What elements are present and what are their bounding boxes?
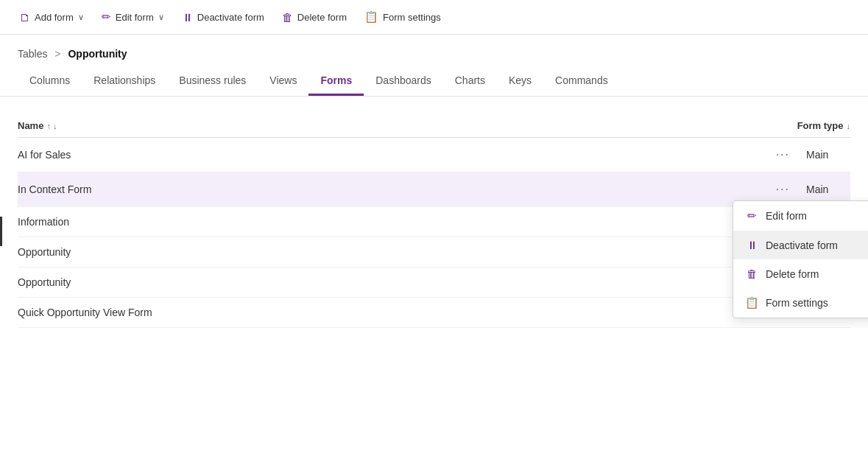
deactivate-form-menu-label: Deactivate form: [766, 239, 838, 251]
toolbar: 🗋 Add form ∨ ✏ Edit form ∨ ⏸ Deactivate …: [0, 0, 868, 35]
row-name: Opportunity: [18, 276, 71, 288]
edit-form-menu-label: Edit form: [766, 210, 807, 222]
table-row[interactable]: Information: [18, 207, 850, 237]
left-border-cursor: [0, 217, 2, 246]
form-settings-menu-icon: 📋: [745, 296, 758, 309]
sort-desc: ↓: [53, 122, 57, 130]
context-menu-form-settings[interactable]: 📋 Form settings: [733, 288, 868, 318]
row-left: In Context Form: [18, 183, 733, 195]
tab-views[interactable]: Views: [258, 67, 308, 96]
deactivate-form-menu-icon: ⏸: [745, 239, 758, 251]
col-name-header[interactable]: Name ↑ ↓: [18, 120, 57, 131]
row-left: AI for Sales: [18, 149, 733, 161]
row-left: Opportunity: [18, 276, 733, 288]
edit-form-button[interactable]: ✏ Edit form ∨: [94, 6, 172, 28]
delete-form-menu-label: Delete form: [766, 268, 819, 280]
form-settings-button[interactable]: 📋 Form settings: [357, 6, 448, 28]
col-formtype-label: Form type: [797, 120, 844, 131]
row-name: In Context Form: [18, 183, 91, 195]
tab-forms[interactable]: Forms: [308, 67, 364, 96]
tab-columns[interactable]: Columns: [18, 67, 82, 96]
table-row[interactable]: AI for Sales ··· Main: [18, 138, 850, 172]
tab-charts[interactable]: Charts: [443, 67, 497, 96]
row-left: Quick Opportunity View Form: [18, 307, 733, 318]
delete-form-icon: 🗑: [282, 11, 293, 24]
col-name-label: Name: [18, 120, 43, 131]
tab-dashboards[interactable]: Dashboards: [364, 67, 443, 96]
add-form-label: Add form: [35, 12, 74, 23]
formtype-sort-down: ↓: [847, 122, 851, 130]
row-right: ··· Main: [733, 147, 850, 163]
edit-form-label: Edit form: [116, 12, 154, 23]
add-form-button[interactable]: 🗋 Add form ∨: [12, 7, 91, 28]
col-formtype-header[interactable]: Form type ↓: [797, 120, 850, 131]
context-menu-delete-form[interactable]: 🗑 Delete form: [733, 259, 868, 288]
deactivate-form-label: Deactivate form: [197, 12, 264, 23]
edit-form-menu-icon: ✏: [745, 209, 758, 223]
ci-left: 📋 Form settings: [745, 296, 828, 309]
breadcrumb-current: Opportunity: [68, 48, 127, 60]
table-row[interactable]: Opportunity: [18, 267, 850, 298]
breadcrumb-parent[interactable]: Tables: [18, 48, 47, 60]
row-name: AI for Sales: [18, 149, 71, 161]
context-menu-deactivate-form[interactable]: ⏸ Deactivate form: [733, 231, 868, 259]
breadcrumb-separator: >: [54, 48, 60, 60]
context-menu: ✏ Edit form › ⏸ Deactivate form 🗑 Delete…: [733, 200, 868, 318]
formtype-sort-icon: ↓: [847, 122, 851, 130]
row-name: Quick Opportunity View Form: [18, 307, 152, 318]
row-left: Opportunity: [18, 246, 733, 258]
tab-keys[interactable]: Keys: [497, 67, 543, 96]
delete-form-menu-icon: 🗑: [745, 267, 758, 280]
tab-commands[interactable]: Commands: [543, 67, 620, 96]
add-form-icon: 🗋: [19, 11, 30, 24]
row-name: Information: [18, 216, 69, 228]
ci-left: ✏ Edit form: [745, 209, 807, 223]
row-more-options[interactable]: ···: [772, 181, 794, 197]
add-form-chevron: ∨: [78, 13, 84, 22]
breadcrumb: Tables > Opportunity: [0, 35, 868, 67]
sort-icons: ↑ ↓: [46, 122, 57, 130]
ci-left: ⏸ Deactivate form: [745, 239, 838, 251]
delete-form-button[interactable]: 🗑 Delete form: [275, 7, 354, 28]
row-more-options[interactable]: ···: [772, 147, 794, 163]
tab-relationships[interactable]: Relationships: [82, 67, 167, 96]
form-settings-menu-label: Form settings: [766, 297, 828, 309]
row-name: Opportunity: [18, 246, 71, 258]
deactivate-form-button[interactable]: ⏸ Deactivate form: [174, 7, 272, 28]
ci-left: 🗑 Delete form: [745, 267, 819, 280]
table-row[interactable]: Opportunity: [18, 237, 850, 267]
edit-form-chevron: ∨: [158, 13, 164, 22]
tab-business-rules[interactable]: Business rules: [167, 67, 258, 96]
table-row[interactable]: Quick Opportunity View Form: [18, 298, 850, 328]
table-header: Name ↑ ↓ Form type ↓: [18, 114, 850, 138]
context-menu-edit-form[interactable]: ✏ Edit form ›: [733, 201, 868, 231]
form-settings-icon: 📋: [364, 10, 378, 24]
sort-asc: ↑: [46, 122, 51, 130]
row-formtype: Main: [806, 183, 850, 195]
row-right: ··· Main: [733, 181, 850, 197]
form-settings-label: Form settings: [383, 12, 441, 23]
row-left: Information: [18, 216, 733, 228]
nav-tabs: Columns Relationships Business rules Vie…: [0, 67, 868, 97]
main-content: Name ↑ ↓ Form type ↓ AI for Sales ··· Ma…: [0, 97, 868, 328]
delete-form-label: Delete form: [297, 12, 347, 23]
deactivate-form-icon: ⏸: [182, 11, 193, 24]
edit-form-icon: ✏: [102, 10, 111, 24]
table-row[interactable]: In Context Form ··· Main ✏ Edit form › ⏸…: [18, 172, 850, 207]
row-formtype: Main: [806, 149, 850, 161]
